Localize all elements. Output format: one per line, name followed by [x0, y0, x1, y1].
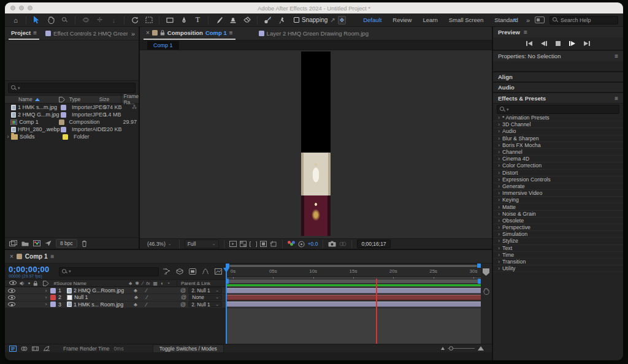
tab-effect-controls[interactable]: Effect Controls 2 HMQ Green Dra — [43, 27, 128, 40]
effects-category-row[interactable]: › * Animation Presets — [493, 115, 623, 121]
workspace-tab[interactable]: Review — [392, 17, 412, 23]
interpret-footage-icon[interactable] — [9, 240, 17, 246]
effects-category-row[interactable]: › Utility — [493, 265, 623, 272]
panel-menu-icon[interactable]: ≡ — [33, 29, 37, 36]
effects-category-row[interactable]: › Simulation — [493, 231, 623, 238]
effects-category-row[interactable]: › Obsolete — [493, 218, 623, 224]
layer-label-chip[interactable] — [50, 295, 56, 300]
toggle-render-pane-icon[interactable] — [43, 346, 50, 352]
effects-category-row[interactable]: › Time — [493, 252, 623, 259]
item-label-chip[interactable] — [61, 105, 72, 110]
transparency-grid-icon[interactable] — [240, 241, 247, 247]
chevron-right-icon[interactable]: › — [498, 156, 500, 162]
layer-duration-bar[interactable] — [226, 295, 481, 300]
parent-dropdown[interactable]: None⌄ — [189, 295, 222, 301]
shy-layers-icon[interactable] — [189, 268, 196, 275]
chevron-right-icon[interactable]: › — [498, 135, 500, 142]
layer-expander-icon[interactable]: › — [43, 288, 49, 294]
panel-menu-icon[interactable]: ≡ — [51, 253, 55, 260]
new-composition-icon[interactable] — [33, 240, 40, 246]
chevron-right-icon[interactable]: › — [498, 252, 500, 258]
layer-row[interactable]: › 2 Null 1 ♣ ∕ @ — [5, 294, 226, 301]
item-label-chip[interactable] — [61, 127, 72, 132]
resolution-dropdown[interactable]: Full⌄ — [185, 240, 219, 248]
panel-menu-icon[interactable]: ≡ — [229, 29, 233, 36]
pickwhip-icon[interactable]: @ — [181, 294, 186, 300]
effects-category-row[interactable]: › 3D Channel — [493, 121, 623, 128]
previous-frame-button[interactable] — [541, 41, 547, 46]
layer-name[interactable]: Null 1 — [74, 294, 133, 300]
quality-switch-icon[interactable]: ∕ — [142, 281, 143, 286]
timeline-tab[interactable]: Comp 1 — [25, 253, 48, 260]
effects-category-row[interactable]: › Text — [493, 245, 623, 252]
snapping-checkbox[interactable] — [294, 17, 299, 23]
snap-along-edges-icon[interactable]: ↗ — [330, 17, 335, 23]
chevron-right-icon[interactable]: › — [498, 238, 500, 244]
lock-icon[interactable] — [160, 30, 165, 36]
composition-viewer[interactable] — [140, 50, 492, 238]
effects-category-row[interactable]: › Expression Controls — [493, 176, 623, 183]
pan-camera-tool-icon[interactable]: ✛ — [94, 15, 105, 25]
layer-label-chip[interactable] — [50, 288, 56, 294]
zoom-tool-icon[interactable] — [59, 15, 71, 25]
tab-composition[interactable]: × Composition Comp 1 ≡ — [144, 27, 236, 40]
first-frame-button[interactable] — [526, 41, 532, 46]
effects-category-row[interactable]: › Channel — [493, 149, 623, 156]
motion-blur-switch-icon[interactable]: ◐ — [161, 281, 164, 286]
chevron-right-icon[interactable]: › — [498, 204, 500, 210]
frame-blending-icon[interactable] — [202, 268, 209, 275]
project-search-input[interactable]: ▾ — [8, 83, 136, 93]
pickwhip-icon[interactable]: @ — [180, 301, 186, 308]
panel-menu-icon[interactable]: ≡ — [615, 53, 618, 59]
chevron-right-icon[interactable]: › — [498, 231, 500, 237]
align-panel-header[interactable]: Align — [493, 72, 623, 83]
playhead[interactable] — [226, 268, 227, 344]
effects-category-row[interactable]: › Generate — [493, 183, 623, 190]
rectangle-tool-icon[interactable] — [164, 15, 175, 25]
quality-toggle[interactable]: ∕ — [147, 294, 148, 300]
zoom-in-icon[interactable] — [478, 346, 484, 351]
chevron-right-icon[interactable]: › — [498, 149, 500, 155]
graph-editor-icon[interactable] — [215, 268, 222, 275]
column-label[interactable] — [59, 97, 69, 102]
chevron-right-icon[interactable]: › — [498, 224, 500, 230]
close-tab-icon[interactable]: × — [146, 29, 150, 36]
column-type[interactable]: Type — [69, 96, 99, 102]
effects-category-row[interactable]: › Color Correction — [493, 162, 623, 169]
layer-visibility-toggle[interactable] — [8, 289, 15, 293]
video-column-icon[interactable] — [9, 281, 17, 285]
frame-blend-switch-icon[interactable]: ▦ — [153, 281, 158, 286]
chevron-right-icon[interactable]: › — [498, 115, 500, 121]
workspace-tab[interactable]: Small Screen — [449, 17, 484, 23]
mini-flowchart-icon[interactable] — [163, 268, 170, 275]
channel-rgb-icon[interactable] — [288, 241, 295, 247]
chevron-right-icon[interactable]: › — [498, 218, 500, 224]
timeline-zoom-slider[interactable] — [441, 346, 484, 351]
magnification-dropdown[interactable]: (46.3%)⌄ — [145, 240, 174, 248]
puppet-pin-tool-icon[interactable] — [276, 15, 288, 25]
layer-visibility-toggle[interactable] — [8, 295, 15, 300]
lock-column-icon[interactable] — [33, 281, 38, 286]
chevron-right-icon[interactable]: › — [498, 197, 500, 203]
effects-category-row[interactable]: › Cinema 4D — [493, 156, 623, 162]
chevron-right-icon[interactable]: › — [498, 121, 500, 127]
effects-search-input[interactable]: ▾ — [497, 105, 619, 114]
chevron-right-icon[interactable]: › — [498, 190, 500, 196]
fast-previews-icon[interactable] — [229, 241, 237, 247]
tab-layer-viewer[interactable]: Layer 2 HMQ Green Drawing Room.jpg — [256, 27, 371, 40]
type-tool-icon[interactable]: T — [192, 15, 204, 25]
effects-category-row[interactable]: › Perspective — [493, 224, 623, 231]
shy-toggle[interactable]: ♣ — [134, 294, 138, 300]
shy-toggle[interactable]: ♣ — [134, 301, 137, 308]
effects-category-row[interactable]: › Immersive Video — [493, 190, 623, 197]
layer-row[interactable]: › 3 1 HMK s... Room.jpg ♣ ∕ @ — [5, 301, 226, 308]
effects-switch-icon[interactable]: fx — [146, 281, 150, 286]
time-ruler[interactable]: 0s05s10s15s20s25s30s — [226, 268, 481, 277]
mask-visibility-icon[interactable] — [260, 241, 267, 247]
orbit-camera-tool-icon[interactable] — [80, 15, 91, 25]
parent-dropdown[interactable]: 2. Null 1⌄ — [188, 287, 222, 294]
expand-boundaries-icon[interactable]: ✥ — [338, 16, 347, 25]
toggle-layer-switches-icon[interactable] — [9, 346, 17, 352]
item-label-chip[interactable] — [61, 112, 72, 118]
region-of-interest-icon[interactable] — [250, 241, 257, 247]
